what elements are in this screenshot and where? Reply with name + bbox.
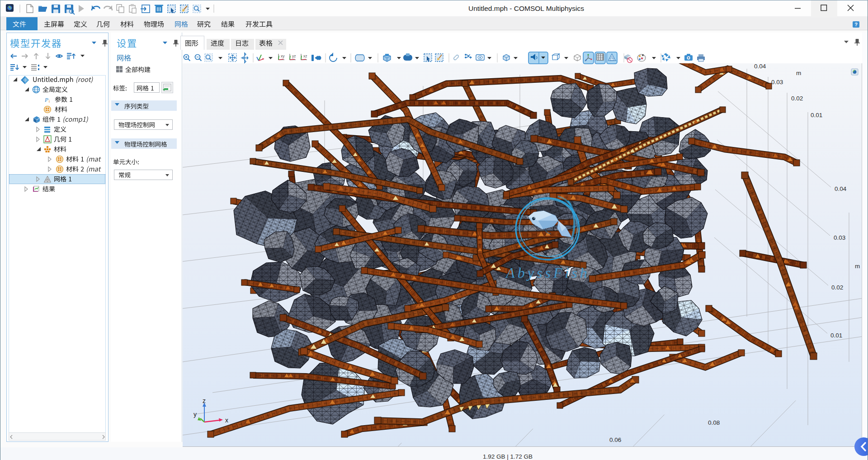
- svg-text:m: m: [855, 263, 860, 270]
- svg-text:0.01: 0.01: [811, 112, 822, 119]
- svg-text:0.04: 0.04: [835, 185, 847, 192]
- svg-text:0.04: 0.04: [754, 63, 766, 70]
- svg-text:y: y: [193, 411, 197, 418]
- svg-text:0.03: 0.03: [834, 234, 845, 241]
- svg-text:0.02: 0.02: [791, 95, 803, 102]
- svg-text:AbyssFish: AbyssFish: [505, 265, 590, 281]
- svg-text:m: m: [796, 70, 801, 76]
- svg-text:0.03: 0.03: [771, 79, 783, 85]
- svg-text:0.08: 0.08: [708, 419, 720, 426]
- svg-text:x: x: [225, 417, 228, 424]
- svg-text:0.02: 0.02: [831, 284, 843, 291]
- svg-text:0.06: 0.06: [609, 436, 621, 443]
- svg-text:0.01: 0.01: [830, 332, 842, 339]
- svg-text:z: z: [203, 397, 206, 404]
